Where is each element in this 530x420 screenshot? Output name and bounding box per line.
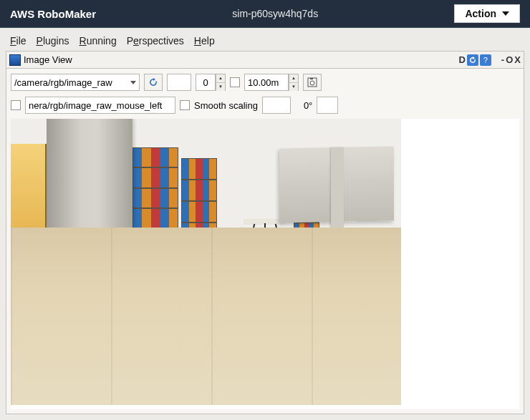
image-view-panel-header: Image View D ? - O X: [6, 51, 524, 68]
menu-bar: FFileile PPluginslugins RRunningunning P…: [6, 32, 524, 51]
spin-stepper[interactable]: ▲▼: [216, 74, 226, 91]
panel-minimize-button[interactable]: -: [501, 54, 504, 66]
spin-up-icon[interactable]: ▲: [289, 74, 298, 83]
save-image-button[interactable]: [303, 74, 322, 91]
checkbox-smooth-scaling[interactable]: [180, 100, 190, 110]
scale-field[interactable]: [262, 97, 291, 114]
rqt-window: FFileile PPluginslugins RRunningunning P…: [0, 27, 530, 420]
toolbar-row-2: nera/rgb/image_raw_mouse_left Smooth sca…: [11, 96, 519, 114]
refresh-topics-button[interactable]: [144, 74, 163, 91]
menu-perspectives[interactable]: PerspectivesPerspectives: [127, 35, 184, 47]
field-a[interactable]: [167, 74, 191, 91]
distance-field[interactable]: 10.00m: [244, 74, 289, 91]
panel-title: Image View: [24, 54, 72, 65]
svg-rect-2: [310, 78, 313, 79]
spin-value[interactable]: 0: [196, 74, 216, 91]
caret-down-icon: [502, 11, 509, 16]
angle-field[interactable]: [317, 97, 338, 114]
topic-value: /camera/rgb/image_raw: [14, 77, 112, 88]
menu-running[interactable]: RRunningunning: [80, 35, 117, 47]
image-view-panel-body: /camera/rgb/image_raw 0 ▲▼ 10.00m ▲▼ ner: [6, 68, 524, 414]
product-name: AWS RoboMaker: [10, 8, 96, 20]
panel-dock-button[interactable]: D: [458, 54, 465, 66]
topic-dropdown[interactable]: /camera/rgb/image_raw: [11, 74, 140, 91]
mouse-topic-field[interactable]: nera/rgb/image_raw_mouse_left: [25, 97, 175, 114]
panel-help-button[interactable]: ?: [480, 54, 491, 66]
action-label: Action: [465, 8, 496, 19]
menu-help[interactable]: HHelpelp: [194, 35, 215, 47]
camera-image: [11, 119, 401, 405]
checkbox-grid[interactable]: [230, 77, 240, 87]
action-dropdown-button[interactable]: Action: [454, 4, 520, 23]
spin-up-icon[interactable]: ▲: [216, 74, 225, 83]
camera-canvas-area: [11, 119, 519, 409]
spin-down-icon[interactable]: ▼: [216, 83, 225, 91]
smooth-scaling-label: Smooth scaling: [194, 100, 258, 111]
panel-spacer: [493, 54, 500, 66]
panel-reload-button[interactable]: [467, 54, 478, 66]
toolbar-row-1: /camera/rgb/image_raw 0 ▲▼ 10.00m ▲▼: [11, 73, 519, 92]
panel-close-button[interactable]: X: [514, 54, 521, 66]
menu-plugins[interactable]: PPluginslugins: [37, 35, 69, 47]
checkbox-publish-click[interactable]: [11, 100, 21, 110]
image-view-icon: [9, 54, 21, 66]
simulation-id: sim-p60syw4hq7ds: [103, 8, 447, 19]
svg-point-1: [310, 81, 314, 85]
panel-maximize-button[interactable]: O: [506, 54, 513, 66]
angle-label: 0°: [304, 100, 312, 111]
aws-titlebar: AWS RoboMaker sim-p60syw4hq7ds Action: [0, 0, 530, 27]
menu-file[interactable]: FFileile: [10, 35, 26, 47]
distance-stepper[interactable]: ▲▼: [289, 74, 299, 91]
dropdown-caret-icon: [130, 81, 136, 84]
spin-down-icon[interactable]: ▼: [289, 83, 298, 91]
